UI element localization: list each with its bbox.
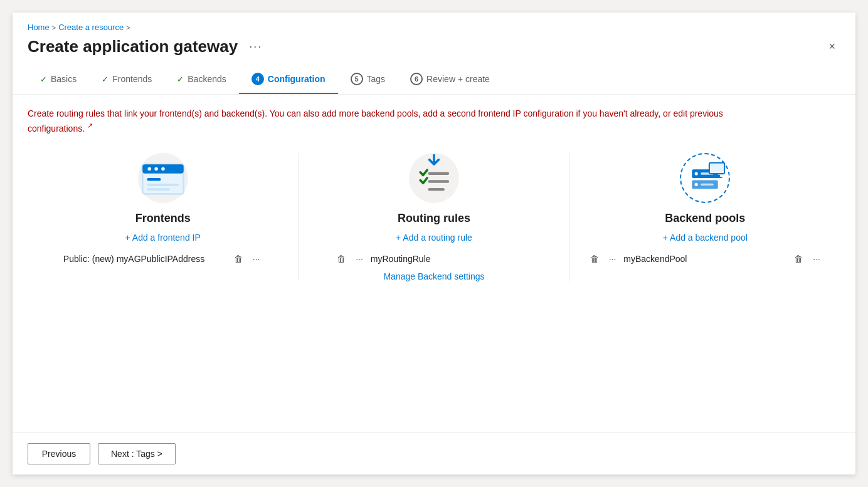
frontends-icon-circle (138, 153, 188, 203)
routing-rules-title: Routing rules (398, 212, 470, 225)
backend-icon-circle (680, 153, 730, 203)
manage-backend-settings-link[interactable]: Manage Backend settings (383, 271, 484, 281)
tab-backends[interactable]: ✓ Backends (164, 65, 238, 93)
tab-number-review: 6 (410, 73, 423, 85)
tab-number-tags: 5 (351, 73, 363, 85)
breadcrumb: Home > Create a resource > (28, 23, 840, 32)
svg-point-15 (695, 182, 698, 186)
tab-check-basics: ✓ (40, 75, 47, 84)
svg-point-3 (154, 167, 157, 170)
add-frontend-ip-link[interactable]: + Add a frontend IP (125, 233, 201, 243)
breadcrumb-create-resource[interactable]: Create a resource (58, 23, 124, 32)
ellipsis-button[interactable]: ··· (245, 38, 266, 56)
panel-content: Create routing rules that link your fron… (13, 95, 855, 432)
routing-item-text: myRoutingRule (371, 254, 534, 264)
routing-more-button[interactable]: ··· (353, 253, 366, 265)
tabs-row: ✓ Basics ✓ Frontends ✓ Backends 4 Config… (13, 64, 855, 95)
backend-icon (681, 154, 729, 202)
backend-pools-title: Backend pools (665, 212, 745, 225)
svg-rect-20 (712, 177, 722, 178)
tab-review-create[interactable]: 6 Review + create (398, 64, 502, 94)
frontends-title: Frontends (135, 212, 191, 225)
frontend-more-button[interactable]: ··· (250, 253, 263, 265)
backend-delete-button[interactable]: 🗑 (588, 253, 601, 265)
columns-row: Frontends + Add a frontend IP Public: (n… (28, 153, 840, 281)
create-application-gateway-panel: Home > Create a resource > Create applic… (13, 13, 855, 474)
backend-item-more-button[interactable]: ··· (810, 253, 823, 265)
tab-label-review: Review + create (426, 74, 490, 84)
routing-item-row: 🗑 ··· myRoutingRule (311, 253, 556, 265)
tab-check-backends: ✓ (177, 75, 184, 84)
svg-rect-19 (714, 174, 720, 176)
svg-point-14 (695, 172, 698, 175)
routing-delete-button[interactable]: 🗑 (334, 253, 348, 265)
info-text: Create routing rules that link your fron… (28, 107, 780, 135)
tab-label-basics: Basics (51, 74, 77, 84)
previous-button[interactable]: Previous (28, 443, 90, 464)
add-routing-rule-link[interactable]: + Add a routing rule (396, 233, 472, 243)
backend-more-button[interactable]: ··· (606, 253, 619, 265)
tab-label-backends: Backends (188, 74, 226, 84)
next-button[interactable]: Next : Tags > (98, 443, 176, 464)
svg-point-4 (161, 167, 164, 170)
svg-rect-6 (147, 184, 179, 186)
tab-configuration[interactable]: 4 Configuration (239, 64, 338, 94)
backend-item-text: myBackendPool (623, 254, 786, 264)
tab-label-configuration: Configuration (268, 74, 326, 84)
tab-number-configuration: 4 (251, 73, 264, 85)
breadcrumb-sep2: > (126, 24, 130, 31)
routing-icon-circle (409, 153, 459, 203)
tab-check-frontends: ✓ (102, 75, 109, 84)
routing-icon (409, 153, 459, 203)
tab-frontends[interactable]: ✓ Frontends (89, 65, 164, 93)
tab-basics[interactable]: ✓ Basics (28, 65, 89, 93)
routing-rules-column: Routing rules + Add a routing rule 🗑 ···… (299, 153, 569, 281)
panel-title-row: Create application gateway ··· × (28, 37, 840, 64)
add-backend-pool-link[interactable]: + Add a backend pool (663, 233, 748, 243)
tab-label-tags: Tags (367, 74, 386, 84)
svg-rect-18 (709, 162, 724, 173)
tab-tags[interactable]: 5 Tags (338, 64, 398, 94)
external-link-icon: ↗ (87, 122, 93, 129)
frontend-item-row: Public: (new) myAGPublicIPAddress 🗑 ··· (40, 253, 285, 265)
svg-rect-5 (147, 178, 161, 181)
svg-point-2 (147, 167, 151, 170)
backend-item-delete-button[interactable]: 🗑 (791, 253, 805, 265)
close-button[interactable]: × (823, 38, 840, 56)
panel-title-left: Create application gateway ··· (28, 37, 266, 56)
frontend-delete-button[interactable]: 🗑 (231, 253, 245, 265)
svg-rect-7 (147, 188, 169, 191)
frontends-column: Frontends + Add a frontend IP Public: (n… (28, 153, 299, 281)
breadcrumb-sep1: > (52, 24, 56, 31)
breadcrumb-home[interactable]: Home (28, 23, 50, 32)
panel-header: Home > Create a resource > Create applic… (13, 13, 855, 64)
svg-rect-17 (701, 183, 714, 185)
backend-item-row: 🗑 ··· myBackendPool 🗑 ··· (583, 253, 828, 265)
panel-footer: Previous Next : Tags > (13, 432, 855, 474)
backend-pools-column: Backend pools + Add a backend pool 🗑 ···… (570, 153, 840, 281)
tab-label-frontends: Frontends (112, 74, 152, 84)
frontends-icon (138, 153, 188, 203)
frontend-item-text: Public: (new) myAGPublicIPAddress (63, 254, 226, 264)
page-title: Create application gateway (28, 37, 238, 56)
